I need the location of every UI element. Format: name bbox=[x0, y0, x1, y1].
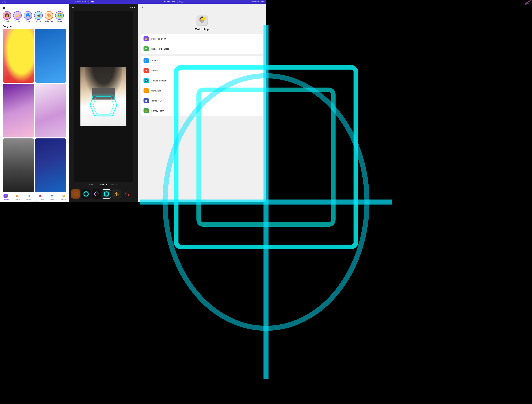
editor-person bbox=[81, 67, 127, 126]
editor-canvas: rjshe ⧉ bbox=[74, 11, 133, 182]
editor-panel: ← SAVE bbox=[69, 4, 138, 202]
home-panel: ☰ 👩 Portraits ✨ Border 🌀 Spiral bbox=[0, 4, 69, 202]
watermark: rjshe bbox=[122, 68, 125, 70]
expand-button[interactable]: ⧉ bbox=[123, 122, 125, 125]
svg-marker-5 bbox=[90, 95, 117, 116]
editor-image: rjshe ⧉ bbox=[81, 67, 127, 126]
svg-marker-6 bbox=[93, 96, 114, 114]
feed-item-6[interactable] bbox=[35, 138, 66, 192]
